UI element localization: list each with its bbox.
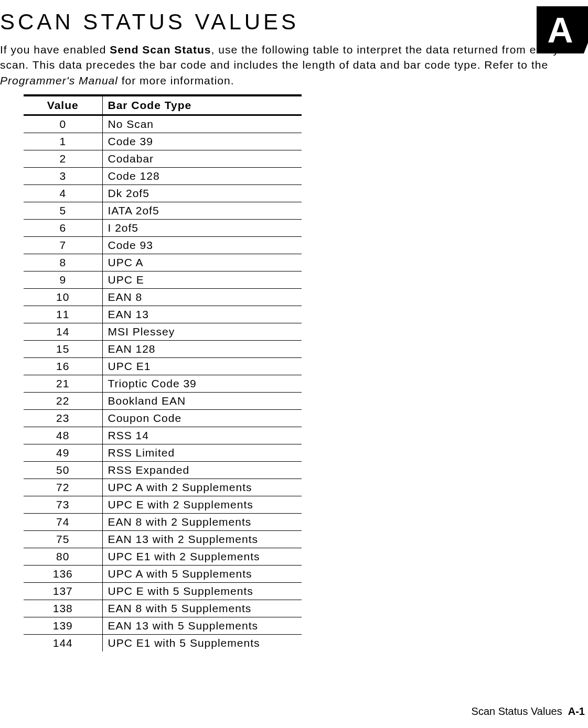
cell-value: 80 (24, 548, 102, 566)
cell-type: Coupon Code (102, 410, 302, 427)
table-row: 11EAN 13 (24, 306, 302, 323)
cell-value: 9 (24, 271, 102, 289)
table-row: 74EAN 8 with 2 Supplements (24, 514, 302, 531)
cell-value: 139 (24, 617, 102, 635)
cell-value: 10 (24, 289, 102, 306)
table-row: 16UPC E1 (24, 358, 302, 375)
table-row: 73UPC E with 2 Supplements (24, 496, 302, 514)
cell-type: UPC E1 (102, 358, 302, 375)
cell-type: UPC A with 2 Supplements (102, 479, 302, 496)
table-row: 138EAN 8 with 5 Supplements (24, 600, 302, 617)
cell-value: 21 (24, 375, 102, 393)
cell-type: I 2of5 (102, 220, 302, 237)
header-type: Bar Code Type (102, 95, 302, 115)
footer-label: Scan Status Values (472, 705, 562, 717)
cell-value: 11 (24, 306, 102, 323)
table-row: 5IATA 2of5 (24, 202, 302, 220)
cell-value: 48 (24, 427, 102, 444)
cell-type: No Scan (102, 115, 302, 133)
page-title: SCAN STATUS VALUES (0, 0, 588, 37)
cell-value: 2 (24, 150, 102, 168)
table-row: 49RSS Limited (24, 444, 302, 462)
cell-value: 4 (24, 185, 102, 202)
table-row: 137UPC E with 5 Supplements (24, 583, 302, 600)
table-row: 15EAN 128 (24, 341, 302, 358)
cell-value: 74 (24, 514, 102, 531)
scan-status-table: Value Bar Code Type 0No Scan1Code 392Cod… (24, 94, 302, 651)
cell-type: UPC A with 5 Supplements (102, 566, 302, 583)
table-row: 72UPC A with 2 Supplements (24, 479, 302, 496)
cell-type: RSS 14 (102, 427, 302, 444)
table-row: 50RSS Expanded (24, 462, 302, 479)
cell-type: EAN 128 (102, 341, 302, 358)
cell-value: 138 (24, 600, 102, 617)
cell-type: EAN 13 with 5 Supplements (102, 617, 302, 635)
cell-value: 3 (24, 168, 102, 185)
cell-type: UPC A (102, 254, 302, 271)
cell-value: 1 (24, 133, 102, 150)
table-row: 9UPC E (24, 271, 302, 289)
table-row: 8UPC A (24, 254, 302, 271)
cell-type: RSS Expanded (102, 462, 302, 479)
table-row: 7Code 93 (24, 237, 302, 254)
cell-value: 6 (24, 220, 102, 237)
cell-type: UPC E with 5 Supplements (102, 583, 302, 600)
header-value: Value (24, 95, 102, 115)
cell-value: 8 (24, 254, 102, 271)
cell-type: EAN 13 with 2 Supplements (102, 531, 302, 548)
table-header-row: Value Bar Code Type (24, 95, 302, 115)
cell-value: 22 (24, 393, 102, 410)
cell-value: 23 (24, 410, 102, 427)
table-row: 10EAN 8 (24, 289, 302, 306)
cell-type: EAN 8 with 2 Supplements (102, 514, 302, 531)
table-row: 14MSI Plessey (24, 323, 302, 341)
cell-type: Codabar (102, 150, 302, 168)
table-row: 6I 2of5 (24, 220, 302, 237)
table-row: 3Code 128 (24, 168, 302, 185)
table-row: 80UPC E1 with 2 Supplements (24, 548, 302, 566)
cell-type: Code 93 (102, 237, 302, 254)
cell-value: 50 (24, 462, 102, 479)
table-row: 75EAN 13 with 2 Supplements (24, 531, 302, 548)
cell-value: 72 (24, 479, 102, 496)
cell-value: 73 (24, 496, 102, 514)
cell-value: 16 (24, 358, 102, 375)
intro-post: for more information. (118, 74, 234, 86)
cell-type: EAN 13 (102, 306, 302, 323)
table-row: 21Trioptic Code 39 (24, 375, 302, 393)
cell-type: IATA 2of5 (102, 202, 302, 220)
cell-type: UPC E with 2 Supplements (102, 496, 302, 514)
cell-type: Code 39 (102, 133, 302, 150)
cell-value: 14 (24, 323, 102, 341)
intro-bold-send-scan-status: Send Scan Status (110, 44, 211, 56)
cell-value: 5 (24, 202, 102, 220)
cell-type: UPC E1 with 2 Supplements (102, 548, 302, 566)
page-footer: Scan Status Values A-1 (472, 705, 585, 718)
cell-type: Trioptic Code 39 (102, 375, 302, 393)
table-row: 136UPC A with 5 Supplements (24, 566, 302, 583)
table-row: 139EAN 13 with 5 Supplements (24, 617, 302, 635)
cell-type: EAN 8 (102, 289, 302, 306)
cell-value: 136 (24, 566, 102, 583)
cell-value: 49 (24, 444, 102, 462)
intro-italic-manual: Programmer's Manual (0, 74, 118, 86)
table-row: 22Bookland EAN (24, 393, 302, 410)
cell-type: UPC E1 with 5 Supplements (102, 635, 302, 652)
cell-type: Dk 2of5 (102, 185, 302, 202)
appendix-badge: A (537, 6, 584, 53)
intro-pre: If you have enabled (0, 44, 110, 56)
intro-paragraph: If you have enabled Send Scan Status, us… (0, 42, 577, 88)
table-row: 4Dk 2of5 (24, 185, 302, 202)
cell-type: EAN 8 with 5 Supplements (102, 600, 302, 617)
cell-type: RSS Limited (102, 444, 302, 462)
footer-page: A-1 (568, 705, 585, 717)
cell-value: 15 (24, 341, 102, 358)
appendix-letter: A (547, 10, 573, 50)
cell-type: UPC E (102, 271, 302, 289)
cell-type: MSI Plessey (102, 323, 302, 341)
cell-value: 7 (24, 237, 102, 254)
cell-type: Code 128 (102, 168, 302, 185)
cell-value: 0 (24, 115, 102, 133)
table-row: 144UPC E1 with 5 Supplements (24, 635, 302, 652)
cell-value: 144 (24, 635, 102, 652)
